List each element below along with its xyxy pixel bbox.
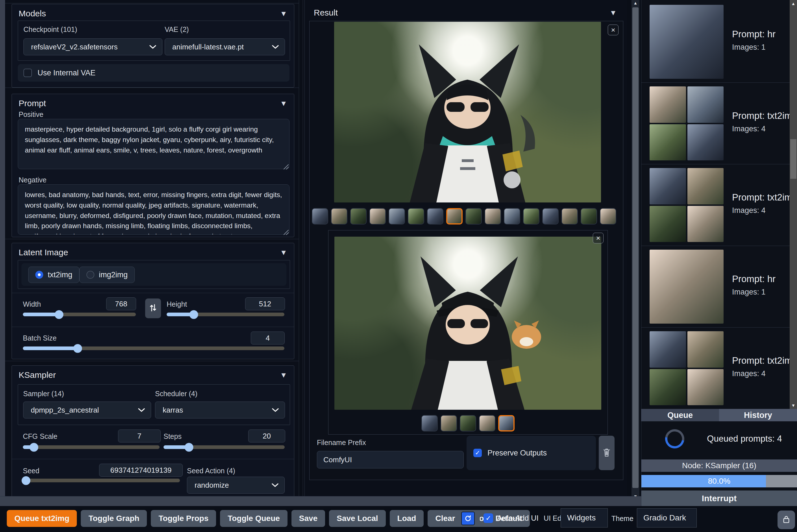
history-thumbnail-grid[interactable] [649,87,724,160]
slider-knob[interactable] [73,344,82,353]
ksampler-title[interactable]: KSampler [19,370,56,380]
gallery1-thumbnail-1[interactable] [312,208,328,225]
history-thumbnail[interactable] [649,250,724,324]
content-vertical-scrollbar[interactable]: ▲ ▼ [631,0,640,499]
auto-add-checkbox[interactable]: ✓ [483,513,493,523]
scrollbar-thumb[interactable] [632,7,639,488]
negative-prompt-textarea[interactable]: lowres, bad anatomy, bad hands, text, er… [18,184,289,235]
gallery1-thumbnail-5[interactable] [388,208,405,225]
history-entry[interactable]: Prompt: hrImages: 1 [641,246,790,327]
scrollbar-thumb[interactable] [790,139,796,179]
tab-history[interactable]: History [719,409,797,421]
content-horizontal-scrollbar[interactable] [0,496,641,506]
gallery1-thumbnail-4[interactable] [369,208,386,225]
steps-input[interactable]: 20 [248,430,285,442]
tab-queue[interactable]: Queue [641,409,719,421]
scroll-up-icon[interactable]: ▲ [790,1,797,6]
toggle-props-button[interactable]: Toggle Props [151,510,216,527]
gallery1-thumbnail-8-selected[interactable] [446,208,462,225]
positive-prompt-textarea[interactable]: masterpiece, hyper detailed background, … [18,119,289,169]
filename-prefix-input[interactable]: ComfyUI [317,451,464,469]
swap-width-height-button[interactable] [145,299,161,318]
gallery2-thumbnail-3[interactable] [460,415,476,432]
gallery1-thumbnail-12[interactable] [523,208,539,225]
width-input[interactable]: 768 [106,297,136,310]
toggle-graph-button[interactable]: Toggle Graph [81,510,147,527]
gallery1-thumbnail-7[interactable] [427,208,443,225]
history-entry[interactable]: Prompt: hrImages: 1 [641,1,790,83]
resize-handle-icon[interactable] [284,230,289,235]
slider-knob[interactable] [185,443,193,452]
height-input[interactable]: 512 [245,297,285,310]
preserve-outputs-row[interactable]: ✓ Preserve Outputs [467,436,596,470]
steps-slider[interactable] [164,445,285,449]
gallery1-thumbnail-3[interactable] [350,208,366,225]
gallery1-thumbnail-2[interactable] [331,208,347,225]
checkpoint-dropdown[interactable]: refslaveV2_v2.safetensors [23,38,163,55]
use-internal-vae-checkbox[interactable] [23,69,32,77]
interrupt-button[interactable]: Interrupt [641,491,797,506]
slider-knob[interactable] [189,310,198,319]
mode-txt2img-radio[interactable]: txt2img [28,267,79,283]
latent-title[interactable]: Latent Image [19,248,68,257]
batch-size-input[interactable]: 4 [251,331,285,344]
history-entry[interactable]: Prompt: txt2imgImages: 4 [641,164,790,246]
preserve-outputs-checkbox[interactable]: ✓ [473,449,482,457]
scheduler-dropdown[interactable]: karras [155,401,285,418]
gallery1-thumbnail-10[interactable] [485,208,501,225]
lock-button[interactable] [778,511,795,529]
collapse-caret-icon[interactable]: ▼ [609,8,617,17]
width-slider[interactable] [23,312,136,316]
widgets-select[interactable]: Widgets [561,508,608,528]
seed-action-dropdown[interactable]: randomize [187,477,285,494]
toggle-queue-button[interactable]: Toggle Queue [220,510,287,527]
collapse-caret-icon[interactable]: ▼ [280,371,287,380]
gallery1-thumbnail-15[interactable] [581,208,597,225]
prompt-title[interactable]: Prompt [19,98,46,108]
gallery2-thumbnail-2[interactable] [441,415,457,432]
gallery2-thumbnail-5-selected[interactable] [498,415,515,432]
seed-input[interactable]: 693741274019139 [99,464,183,477]
close-image-button[interactable]: × [608,24,619,35]
theme-select[interactable]: Gradio Dark [637,508,697,528]
models-title[interactable]: Models [19,9,46,18]
history-entry[interactable]: Prompt: txt2imgImages: 4 [641,327,790,409]
history-scrollbar[interactable]: ▲ ▼ [790,0,797,409]
gallery1-thumbnail-9[interactable] [466,208,482,225]
load-button[interactable]: Load [390,510,424,527]
result-image-1[interactable] [334,22,601,203]
scroll-down-icon[interactable]: ▼ [790,403,797,408]
gallery1-thumbnail-14[interactable] [562,208,578,225]
sampler-dropdown[interactable]: dpmpp_2s_ancestral [23,401,151,418]
slider-knob[interactable] [55,310,63,319]
vae-dropdown[interactable]: animefull-latest.vae.pt [165,38,285,55]
gallery2-thumbnail-1[interactable] [421,415,438,432]
delete-outputs-button[interactable] [599,436,614,470]
cfg-scale-slider[interactable] [23,445,159,449]
scroll-up-icon[interactable]: ▲ [631,1,640,5]
cfg-scale-input[interactable]: 7 [118,430,161,442]
result-image-2[interactable] [335,236,601,410]
save-local-button[interactable]: Save Local [329,510,385,527]
slider-knob[interactable] [30,443,38,452]
gallery1-thumbnail-11[interactable] [504,208,520,225]
collapse-caret-icon[interactable]: ▼ [280,9,287,18]
seed-slider[interactable] [23,479,180,482]
history-thumbnail-grid[interactable] [649,168,724,242]
slider-knob[interactable] [22,476,31,485]
gallery1-thumbnail-6[interactable] [408,208,424,225]
gallery1-thumbnail-13[interactable] [542,208,558,225]
save-button[interactable]: Save [291,510,325,527]
height-slider[interactable] [167,312,284,316]
close-image-button[interactable]: × [593,233,604,243]
result-title[interactable]: Result [314,8,338,18]
refresh-button[interactable] [456,510,480,527]
history-entry[interactable]: Prompt: txt2imgImages: 4 [641,83,790,164]
batch-size-slider[interactable] [23,346,284,350]
use-internal-vae-row[interactable]: Use Internal VAE [18,64,289,82]
history-thumbnail-grid[interactable] [649,331,724,405]
history-thumbnail[interactable] [649,5,724,79]
gallery1-thumbnail-16[interactable] [600,208,616,225]
mode-img2img-radio[interactable]: img2img [79,267,135,283]
collapse-caret-icon[interactable]: ▼ [280,99,287,108]
